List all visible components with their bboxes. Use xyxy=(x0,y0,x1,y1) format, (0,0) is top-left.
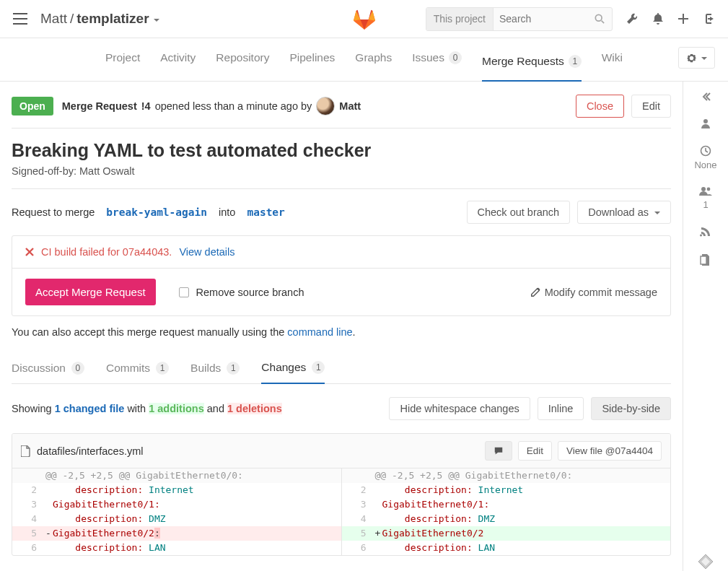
diff-right: @@ -2,5 +2,5 @@ GigabitEthernet0/0: 2 de… xyxy=(341,468,671,555)
deletions-count: 1 deletions xyxy=(227,403,282,414)
breadcrumb[interactable]: Matt / templatizer xyxy=(40,11,159,27)
milestone-value: None xyxy=(694,160,716,170)
hide-whitespace-button[interactable]: Hide whitespace changes xyxy=(389,397,530,420)
close-button[interactable]: Close xyxy=(576,95,624,118)
file-header: datafiles/interfaces.yml Edit View file … xyxy=(12,434,670,468)
into-label: into xyxy=(219,206,235,218)
sidebar-assignee[interactable] xyxy=(700,118,711,129)
diff-left: @@ -2,5 +2,5 @@ GigabitEthernet0/0: 2 de… xyxy=(12,468,341,555)
svg-point-2 xyxy=(701,187,706,191)
merge-panel: CI build failed for 07a44043. View detai… xyxy=(12,235,671,316)
mr-author[interactable]: Matt xyxy=(339,100,361,112)
tab-activity[interactable]: Activity xyxy=(160,51,196,74)
status-badge: Open xyxy=(12,97,53,115)
search-icon[interactable] xyxy=(587,14,612,24)
speech-bubble-icon xyxy=(494,446,504,456)
tab-pipelines[interactable]: Pipelines xyxy=(289,51,335,74)
tab-builds[interactable]: Builds 1 xyxy=(190,355,240,383)
modify-commit-message-link[interactable]: Modify commit message xyxy=(530,287,657,298)
chevron-down-icon xyxy=(653,206,660,218)
request-to-merge-label: Request to merge xyxy=(12,206,95,218)
file-icon xyxy=(21,445,31,457)
mr-count: 1 xyxy=(569,55,582,68)
ci-prefix: CI build failed for xyxy=(41,246,123,258)
sign-out-icon[interactable] xyxy=(702,12,715,25)
tab-issues[interactable]: Issues 0 xyxy=(412,51,462,74)
tab-discussion[interactable]: Discussion 0 xyxy=(12,355,84,383)
diff-body: @@ -2,5 +2,5 @@ GigabitEthernet0/0: 2 de… xyxy=(12,468,670,555)
ci-sha: 07a44043 xyxy=(123,246,170,258)
source-branch[interactable]: break-yaml-again xyxy=(106,206,207,218)
tab-project[interactable]: Project xyxy=(105,51,140,74)
accept-merge-button[interactable]: Accept Merge Request xyxy=(25,279,156,305)
divider xyxy=(12,188,671,189)
sidebar-reference[interactable] xyxy=(700,253,711,266)
mr-subtabs: Discussion 0 Commits 1 Builds 1 Changes … xyxy=(12,355,671,384)
project-tabs: Project Activity Repository Pipelines Gr… xyxy=(0,38,728,82)
sidebar-participants[interactable]: 1 xyxy=(699,186,712,210)
svg-rect-4 xyxy=(701,256,706,264)
hunk-header: @@ -2,5 +2,5 @@ GigabitEthernet0/0: xyxy=(374,468,671,483)
chevron-down-icon xyxy=(700,52,707,64)
download-as-dropdown[interactable]: Download as xyxy=(577,201,671,224)
hamburger-icon[interactable] xyxy=(13,13,27,25)
branch-line: Request to merge break-yaml-again into m… xyxy=(12,201,671,224)
bell-icon[interactable] xyxy=(652,12,665,25)
tab-commits[interactable]: Commits 1 xyxy=(106,355,169,383)
gear-icon xyxy=(686,53,697,64)
issues-count: 0 xyxy=(449,51,462,64)
inline-view-button[interactable]: Inline xyxy=(538,397,584,420)
search-wrap: This project xyxy=(426,7,613,31)
hunk-header: @@ -2,5 +2,5 @@ GigabitEthernet0/0: xyxy=(44,468,341,483)
tab-merge-requests[interactable]: Merge Requests 1 xyxy=(482,51,582,82)
mr-id: !4 xyxy=(141,100,151,112)
view-file-button[interactable]: View file @07a4404 xyxy=(558,441,662,461)
breadcrumb-owner[interactable]: Matt xyxy=(40,11,67,27)
changed-file-count[interactable]: 1 changed file xyxy=(55,403,125,414)
file-edit-button[interactable]: Edit xyxy=(518,441,552,461)
side-by-side-view-button[interactable]: Side-by-side xyxy=(591,397,671,420)
x-icon xyxy=(25,248,34,256)
diff-file: datafiles/interfaces.yml Edit View file … xyxy=(12,433,671,556)
edit-button[interactable]: Edit xyxy=(631,95,671,118)
manual-merge-line: You can also accept this merge request m… xyxy=(12,326,671,338)
file-comment-button[interactable] xyxy=(485,441,512,461)
signed-off-by: Signed-off-by: Matt Oswalt xyxy=(12,165,671,177)
remove-source-branch-checkbox[interactable] xyxy=(179,287,189,297)
sidebar-diamond-icon[interactable] xyxy=(697,553,714,570)
sidebar-subscribe[interactable] xyxy=(700,226,711,237)
chevron-down-icon[interactable] xyxy=(152,11,159,27)
check-out-branch-button[interactable]: Check out branch xyxy=(467,201,571,224)
top-bar: Matt / templatizer This project xyxy=(0,0,728,38)
mr-meta: Merge Request !4 opened less than a minu… xyxy=(62,97,361,115)
plus-icon[interactable] xyxy=(677,13,689,25)
sidebar-collapse[interactable] xyxy=(701,92,711,102)
remove-source-branch-label: Remove source branch xyxy=(196,287,304,298)
pencil-icon xyxy=(530,287,540,297)
svg-point-3 xyxy=(707,188,711,191)
command-line-link[interactable]: command line xyxy=(287,326,352,338)
tab-wiki[interactable]: Wiki xyxy=(602,51,623,74)
tab-graphs[interactable]: Graphs xyxy=(355,51,392,74)
wrench-icon[interactable] xyxy=(626,12,639,25)
ci-view-details-link[interactable]: View details xyxy=(179,246,234,258)
right-sidebar: None 1 xyxy=(683,82,728,571)
tab-changes[interactable]: Changes 1 xyxy=(261,355,325,384)
search-input[interactable] xyxy=(494,8,587,30)
search-scope[interactable]: This project xyxy=(426,8,494,30)
mr-opened-text: opened less than a minute ago by xyxy=(155,100,312,112)
gitlab-logo-icon[interactable] xyxy=(352,7,377,30)
target-branch[interactable]: master xyxy=(247,206,284,218)
breadcrumb-project[interactable]: templatizer xyxy=(76,11,149,27)
additions-count: 1 additions xyxy=(149,403,204,414)
avatar[interactable] xyxy=(316,97,335,115)
svg-point-0 xyxy=(595,14,602,21)
settings-dropdown[interactable] xyxy=(678,47,715,69)
tab-repository[interactable]: Repository xyxy=(216,51,269,74)
mr-label: Merge Request xyxy=(62,100,137,112)
mr-header: Open Merge Request !4 opened less than a… xyxy=(12,92,671,128)
file-path[interactable]: datafiles/interfaces.yml xyxy=(37,445,143,457)
participants-count: 1 xyxy=(703,199,708,210)
diff-summary: Showing 1 changed file with 1 additions … xyxy=(12,397,671,420)
sidebar-milestone[interactable]: None xyxy=(694,145,716,170)
